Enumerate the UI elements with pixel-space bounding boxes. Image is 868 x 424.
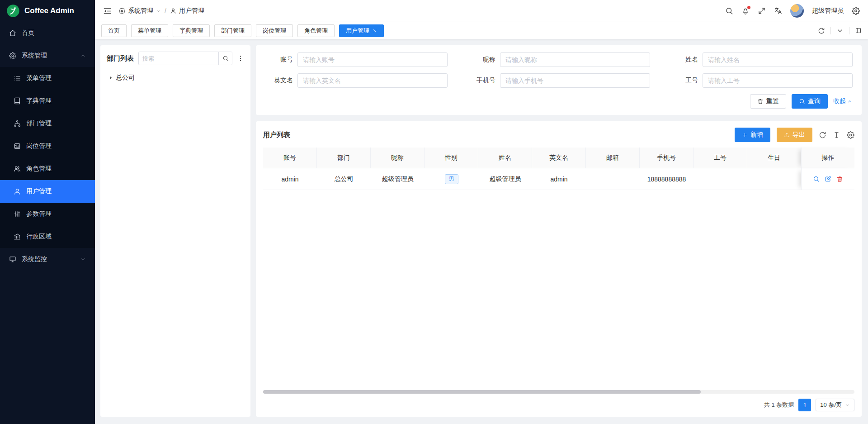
global-search-button[interactable] <box>725 7 733 15</box>
bank-icon <box>14 233 21 240</box>
tab-post-management[interactable]: 岗位管理 <box>256 24 293 37</box>
settings-button[interactable] <box>852 7 860 15</box>
sidebar-item-home[interactable]: 首页 <box>0 22 95 44</box>
sidebar-item-user-management[interactable]: 用户管理 <box>0 180 95 203</box>
department-search-box <box>138 52 232 65</box>
app-logo: Coffee Admin <box>0 0 95 22</box>
column-header-account: 账号 <box>263 148 317 168</box>
tab-dict-management[interactable]: 字典管理 <box>173 24 210 37</box>
sidebar-item-department-management[interactable]: 部门管理 <box>0 112 95 135</box>
field-label: 昵称 <box>467 56 495 64</box>
sidebar-item-role-management[interactable]: 角色管理 <box>0 157 95 180</box>
user-list-header: 用户列表 新增 导出 <box>263 128 854 142</box>
breadcrumb-label: 用户管理 <box>179 7 204 15</box>
tab-menu-management[interactable]: 菜单管理 <box>131 24 168 37</box>
sidebar-item-label: 首页 <box>22 29 34 37</box>
work-id-input[interactable] <box>703 73 853 88</box>
gear-icon <box>852 7 860 15</box>
user-name[interactable]: 超级管理员 <box>812 7 844 15</box>
sidebar-item-system-management[interactable]: 系统管理 <box>0 44 95 67</box>
reset-button[interactable]: 重置 <box>750 94 786 109</box>
name-input[interactable] <box>703 52 853 67</box>
tree-expand-caret-icon[interactable] <box>108 75 114 81</box>
tab-label: 菜单管理 <box>138 27 161 35</box>
phone-input[interactable] <box>500 73 650 88</box>
caret-down-icon <box>156 9 161 14</box>
dictionary-icon <box>14 97 21 105</box>
export-button[interactable]: 导出 <box>777 128 812 142</box>
sliders-icon <box>14 210 21 218</box>
department-tree: 总公司 <box>107 71 244 84</box>
table-density-button[interactable] <box>833 131 840 139</box>
sidebar-item-label: 系统管理 <box>22 52 47 60</box>
tab-label: 岗位管理 <box>263 27 286 35</box>
delete-row-button[interactable] <box>836 176 843 182</box>
tab-department-management[interactable]: 部门管理 <box>214 24 251 37</box>
page-size-select[interactable]: 10 条/页 <box>816 399 854 411</box>
scrollbar-thumb[interactable] <box>263 390 701 394</box>
column-header-work-id: 工号 <box>693 148 747 168</box>
english-name-input[interactable] <box>297 73 448 88</box>
user-list-title: 用户列表 <box>263 131 290 139</box>
user-table: 账号 部门 昵称 性别 姓名 英文名 邮箱 手机号 工号 生日 操作 <box>263 148 854 394</box>
department-search-input[interactable] <box>139 52 218 65</box>
sidebar-item-admin-region[interactable]: 行政区域 <box>0 225 95 248</box>
user-icon <box>14 188 21 195</box>
search-form-actions: 重置 查询 收起 <box>265 94 853 109</box>
sidebar-item-post-management[interactable]: 岗位管理 <box>0 135 95 157</box>
query-button[interactable]: 查询 <box>792 94 828 109</box>
fullscreen-button[interactable] <box>758 7 766 15</box>
menu-fold-icon <box>103 7 112 15</box>
table-empty-area <box>263 190 854 387</box>
column-header-gender: 性别 <box>425 148 478 168</box>
layout-toggle-button[interactable] <box>855 27 862 34</box>
tab-role-management[interactable]: 角色管理 <box>297 24 335 37</box>
plus-icon <box>742 132 748 138</box>
tab-user-management[interactable]: 用户管理 <box>339 24 384 37</box>
chevron-down-icon <box>836 27 844 34</box>
sidebar-fold-button[interactable] <box>103 7 112 15</box>
account-input[interactable] <box>297 52 448 67</box>
tab-home[interactable]: 首页 <box>101 24 127 37</box>
right-column: 账号 昵称 姓名 英文名 <box>256 45 862 417</box>
search-icon <box>725 7 733 15</box>
tree-node-head-office[interactable]: 总公司 <box>107 71 244 84</box>
department-search-button[interactable] <box>218 52 232 65</box>
table-settings-button[interactable] <box>847 131 854 139</box>
edit-row-button[interactable] <box>825 176 831 182</box>
column-header-department: 部门 <box>317 148 371 168</box>
sidebar-item-param-management[interactable]: 参数管理 <box>0 203 95 225</box>
department-panel-header: 部门列表 <box>107 52 244 65</box>
page-1-button[interactable]: 1 <box>798 399 811 411</box>
add-user-button[interactable]: 新增 <box>735 128 770 142</box>
gear-icon <box>119 8 125 14</box>
sidebar-item-dict-management[interactable]: 字典管理 <box>0 90 95 112</box>
edit-icon <box>825 176 831 182</box>
notifications-button[interactable] <box>741 7 750 15</box>
tab-close-icon[interactable] <box>373 29 377 33</box>
user-avatar[interactable] <box>790 4 804 18</box>
nickname-input[interactable] <box>500 52 650 67</box>
topbar-actions: 超级管理员 <box>725 4 860 18</box>
column-header-phone: 手机号 <box>640 148 693 168</box>
refresh-tab-button[interactable] <box>818 27 825 34</box>
view-row-button[interactable] <box>813 176 820 182</box>
department-more-button[interactable] <box>237 55 244 62</box>
sidebar-item-label: 部门管理 <box>26 119 52 128</box>
tree-node-label: 总公司 <box>116 74 135 82</box>
breadcrumb-item-system[interactable]: 系统管理 <box>119 7 161 15</box>
collapse-filters-button[interactable]: 收起 <box>833 97 853 105</box>
main-area: 系统管理 / 用户管理 <box>95 0 868 424</box>
list-icon <box>14 75 21 82</box>
row-actions <box>813 176 843 182</box>
cell-department: 总公司 <box>317 168 371 190</box>
breadcrumb-item-user[interactable]: 用户管理 <box>170 7 204 15</box>
sidebar-item-menu-management[interactable]: 菜单管理 <box>0 67 95 90</box>
cell-name: 超级管理员 <box>478 168 532 190</box>
sidebar-item-system-monitor[interactable]: 系统监控 <box>0 248 95 271</box>
user-list-card: 用户列表 新增 导出 <box>256 121 862 417</box>
tab-options-button[interactable] <box>836 27 844 34</box>
translate-button[interactable] <box>774 7 782 15</box>
search-form-card: 账号 昵称 姓名 英文名 <box>256 45 862 115</box>
table-refresh-button[interactable] <box>819 131 826 139</box>
